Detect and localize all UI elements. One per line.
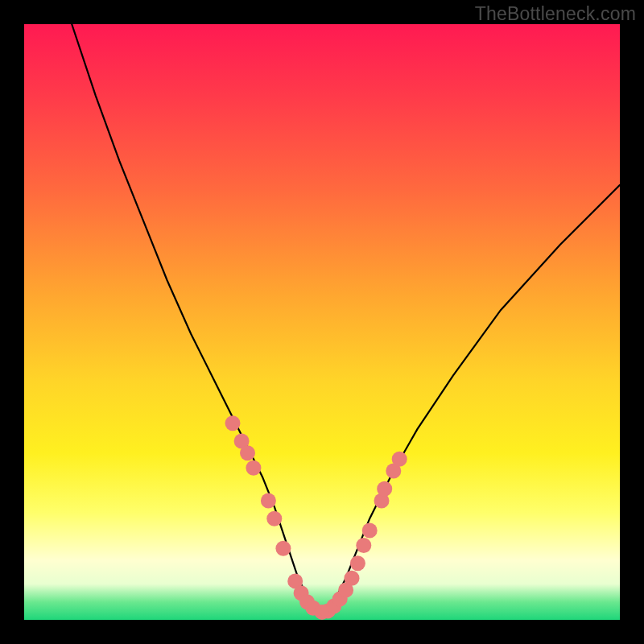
bottleneck-curve [72, 24, 620, 614]
data-point [225, 415, 241, 431]
chart-frame: TheBottleneck.com [0, 0, 644, 644]
chart-svg [24, 24, 620, 620]
data-point [240, 445, 255, 460]
data-point [356, 538, 371, 553]
data-point [362, 523, 378, 539]
data-point [275, 541, 291, 556]
data-point [261, 493, 276, 509]
data-point [350, 555, 365, 571]
data-point [345, 571, 360, 586]
plot-area [24, 24, 620, 620]
watermark-text: TheBottleneck.com [475, 3, 636, 25]
data-point [246, 460, 261, 476]
data-point [266, 511, 282, 526]
data-points [225, 415, 407, 620]
data-point [392, 452, 407, 467]
data-point [377, 481, 392, 497]
